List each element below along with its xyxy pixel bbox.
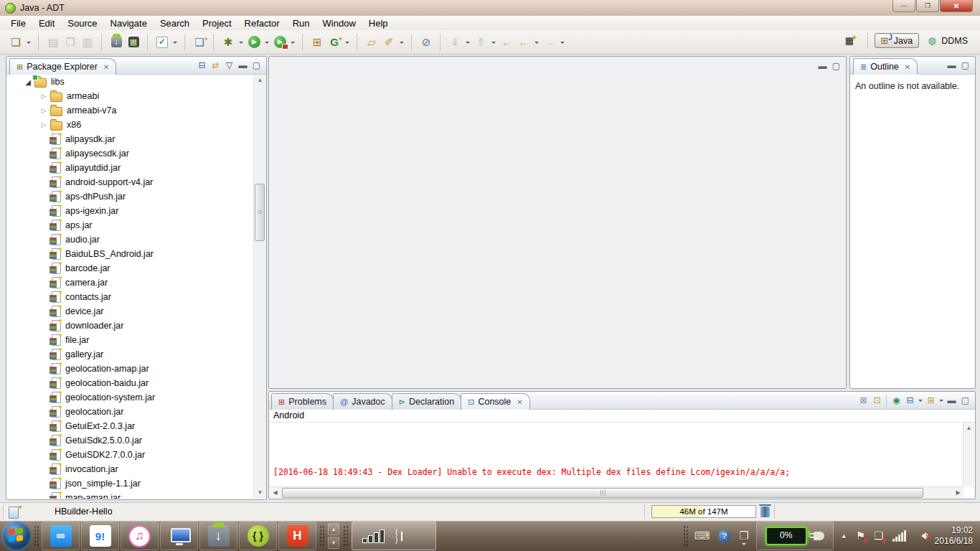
- action-center-flag-icon[interactable]: ⚑: [856, 529, 865, 542]
- lint-check-button[interactable]: ✓: [154, 34, 171, 51]
- taskbar-clock[interactable]: 19:02 2016/6/18: [929, 525, 980, 547]
- back-button[interactable]: ←: [515, 34, 532, 51]
- perspective-java-button[interactable]: ⊞ J Java: [875, 33, 919, 48]
- tree-item[interactable]: contacts.jar: [7, 290, 265, 304]
- keyboard-icon[interactable]: ⌨: [694, 529, 710, 542]
- menu-item[interactable]: Project: [196, 17, 237, 29]
- taskbar-app-button[interactable]: H: [278, 522, 316, 550]
- tab-declaration[interactable]: ⊳ Declaration: [392, 393, 461, 410]
- view-menu-button[interactable]: ▽: [222, 59, 236, 72]
- tab-outline[interactable]: ≣ Outline ✕: [853, 58, 918, 75]
- menu-item[interactable]: Edit: [32, 17, 61, 29]
- search-button[interactable]: ✐: [380, 34, 397, 51]
- tree-item[interactable]: geolocation.jar: [7, 405, 265, 419]
- open-perspective-button[interactable]: ▦ ✦: [839, 33, 862, 48]
- perspective-ddms-button[interactable]: ◍ DDMS: [922, 33, 974, 48]
- tab-console[interactable]: ⊡ Console ✕: [461, 393, 529, 410]
- maximize-button[interactable]: ▢: [958, 59, 972, 72]
- muted-speaker-icon[interactable]: [918, 532, 926, 540]
- tree-item[interactable]: device.jar: [7, 304, 265, 319]
- tree-item[interactable]: libs: [7, 75, 265, 89]
- save-all-button[interactable]: ❐: [62, 34, 79, 51]
- scroll-up-icon[interactable]: ▲: [328, 523, 339, 535]
- scroll-up-icon[interactable]: ▲: [254, 75, 266, 86]
- taskbar-app-button[interactable]: ∞: [42, 522, 80, 550]
- scroll-down-icon[interactable]: ▼: [328, 537, 339, 549]
- windows-stack-icon[interactable]: ❐: [739, 529, 748, 542]
- scroll-up-icon[interactable]: ▲: [963, 423, 974, 434]
- signal-tool-window-button[interactable]: [352, 522, 436, 550]
- hidden-icons-chevron[interactable]: ▲: [841, 532, 847, 540]
- forward-button[interactable]: →: [541, 34, 558, 51]
- taskbar-app-button[interactable]: ↓: [199, 522, 237, 550]
- tree-item[interactable]: barcode.jar: [7, 261, 265, 276]
- tree-item[interactable]: geolocation-baidu.jar: [7, 376, 265, 390]
- open-type-button[interactable]: ▱: [363, 34, 380, 51]
- close-icon[interactable]: ✕: [103, 63, 109, 71]
- scrollbar-thumb[interactable]: [282, 488, 923, 498]
- tab-package-explorer[interactable]: ⊞ Package Explorer ✕: [9, 58, 116, 75]
- help-icon[interactable]: ?: [718, 530, 730, 542]
- avd-manager-button[interactable]: ▦: [125, 34, 142, 51]
- maximize-button[interactable]: ▢: [250, 59, 263, 72]
- close-icon[interactable]: ✕: [517, 398, 522, 406]
- console-vertical-scrollbar[interactable]: ▲: [963, 423, 974, 487]
- expander-icon[interactable]: [39, 121, 49, 128]
- start-button[interactable]: [1, 521, 32, 551]
- new-wizard-button[interactable]: ❏: [7, 34, 24, 51]
- expander-icon[interactable]: [39, 93, 49, 100]
- tree-item[interactable]: file.jar: [7, 333, 265, 347]
- menu-item[interactable]: Window: [316, 17, 362, 29]
- menu-item[interactable]: Search: [154, 17, 196, 29]
- tree-item[interactable]: camera.jar: [7, 276, 265, 290]
- minimize-button[interactable]: ▬: [816, 60, 829, 72]
- scroll-right-icon[interactable]: ▶: [953, 489, 963, 496]
- device-error-icon[interactable]: ❑: [874, 529, 883, 542]
- network-bars-icon[interactable]: [892, 530, 906, 542]
- link-with-editor-button[interactable]: ⇄: [209, 59, 222, 72]
- tree-item[interactable]: x86: [7, 118, 265, 132]
- last-edit-location-button[interactable]: ←: [498, 34, 515, 51]
- tree-item[interactable]: armeabi: [7, 89, 265, 103]
- package-explorer-scrollbar[interactable]: ▲ ▼: [253, 75, 266, 499]
- debug-button[interactable]: ✱: [220, 34, 237, 51]
- console-horizontal-scrollbar[interactable]: ◀ ▶: [270, 486, 963, 498]
- mark-occurrences-button[interactable]: ⊘: [418, 34, 435, 51]
- menu-item[interactable]: Refactor: [238, 17, 286, 29]
- tree-item[interactable]: GetuiExt-2.0.3.jar: [7, 419, 265, 433]
- print-button[interactable]: ▥: [79, 34, 96, 51]
- tree-item[interactable]: invocation.jar: [7, 462, 265, 476]
- menu-item[interactable]: File: [4, 17, 32, 29]
- run-external-tools-button[interactable]: ▶: [271, 34, 288, 51]
- tree-item[interactable]: android-support-v4.jar: [7, 175, 265, 189]
- tree-item[interactable]: aps-igexin.jar: [7, 204, 265, 218]
- menu-item[interactable]: Source: [61, 17, 103, 29]
- taskbar-app-button[interactable]: [160, 522, 198, 550]
- pin-console-button[interactable]: ◉: [890, 394, 903, 407]
- previous-annotation-button[interactable]: ⇑: [472, 34, 489, 51]
- maximize-button[interactable]: ▢: [958, 394, 972, 407]
- save-button[interactable]: ▤: [44, 34, 62, 51]
- tree-item[interactable]: aps-dhPush.jar: [7, 189, 265, 204]
- tab-problems[interactable]: ⊞ Problems: [271, 393, 334, 410]
- menu-item[interactable]: Help: [362, 17, 395, 29]
- new-android-project-button[interactable]: ❏: [191, 34, 208, 51]
- run-button[interactable]: ▶: [245, 34, 263, 51]
- display-selected-console-button[interactable]: ⊟: [903, 394, 917, 407]
- maximize-button[interactable]: ▢: [829, 60, 843, 72]
- menu-item[interactable]: Navigate: [104, 17, 154, 29]
- tree-item[interactable]: alipaysdk.jar: [7, 132, 265, 146]
- close-icon[interactable]: ✕: [905, 63, 910, 71]
- tree-item[interactable]: geolocation-amap.jar: [7, 362, 265, 376]
- tree-item[interactable]: geolocation-system.jar: [7, 390, 265, 405]
- minimize-button[interactable]: —: [892, 0, 915, 12]
- tree-item[interactable]: GetuiSDK2.7.0.0.jar: [7, 448, 265, 462]
- new-java-element-button[interactable]: ⊞: [308, 34, 326, 51]
- taskbar-app-button[interactable]: 9!: [81, 522, 119, 550]
- tree-item[interactable]: audio.jar: [7, 232, 265, 247]
- minimize-button[interactable]: ▬: [945, 394, 958, 407]
- trash-icon[interactable]: [760, 507, 770, 517]
- menu-item[interactable]: Run: [286, 17, 316, 29]
- minimize-button[interactable]: ▬: [945, 59, 958, 72]
- next-annotation-button[interactable]: ⇓: [446, 34, 463, 51]
